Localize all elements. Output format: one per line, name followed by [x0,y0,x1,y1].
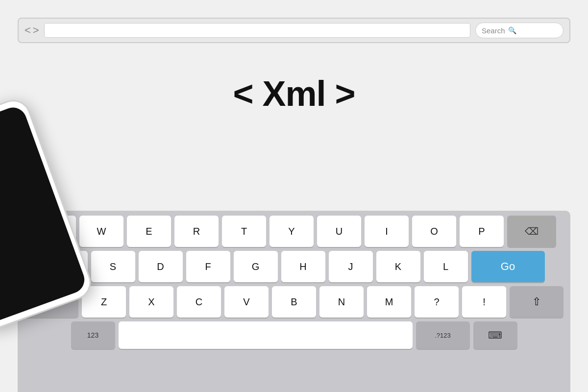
key-d[interactable]: D [139,251,183,282]
shift-right-icon [532,295,541,308]
go-key[interactable]: Go [471,251,545,282]
key-k[interactable]: K [376,251,420,282]
keyboard-row-3: Z X C V B N M ? ! [22,286,566,318]
space-key[interactable] [119,321,413,349]
address-bar[interactable] [44,23,470,38]
key-l[interactable]: L [424,251,468,282]
key-p[interactable]: P [460,216,504,247]
delete-key[interactable] [507,216,556,247]
search-label: Search [482,26,505,35]
nav-buttons: < > [24,24,39,37]
num-key[interactable]: 123 [71,321,115,349]
keyboard-row-4: 123 .?123 [22,321,566,349]
key-v[interactable]: V [224,286,269,318]
key-exclaim[interactable]: ! [462,286,506,318]
key-h[interactable]: H [281,251,325,282]
key-i[interactable]: I [365,216,409,247]
back-icon[interactable]: < [24,24,31,37]
dotnum-key[interactable]: .?123 [416,321,470,349]
keyboard-row-2: A S D F G H J K L Go [22,251,566,282]
page-title: < Xml > [0,74,588,114]
keyboard-icon [488,329,502,341]
key-s[interactable]: S [91,251,135,282]
search-box[interactable]: Search 🔍 [475,23,564,38]
key-x[interactable]: X [129,286,173,318]
forward-icon[interactable]: > [33,24,39,37]
key-m[interactable]: M [367,286,411,318]
key-y[interactable]: Y [270,216,314,247]
key-f[interactable]: F [186,251,230,282]
key-u[interactable]: U [317,216,361,247]
key-r[interactable]: R [174,216,219,247]
key-b[interactable]: B [272,286,316,318]
key-e[interactable]: E [127,216,171,247]
key-n[interactable]: N [319,286,364,318]
search-icon: 🔍 [508,26,516,34]
keyboard-row-1: Q W E R T Y U I O P [22,216,566,247]
key-question[interactable]: ? [415,286,459,318]
key-c[interactable]: C [177,286,221,318]
keyboard: Q W E R T Y U I O P A S D F G H J K L Go… [18,211,570,392]
browser-toolbar: < > Search 🔍 [18,18,570,43]
key-j[interactable]: J [329,251,373,282]
key-t[interactable]: T [222,216,266,247]
shift-right-key[interactable] [510,286,564,318]
keyboard-dismiss-key[interactable] [473,321,517,349]
key-w[interactable]: W [79,216,123,247]
key-o[interactable]: O [412,216,456,247]
delete-icon [525,225,539,237]
key-g[interactable]: G [234,251,278,282]
